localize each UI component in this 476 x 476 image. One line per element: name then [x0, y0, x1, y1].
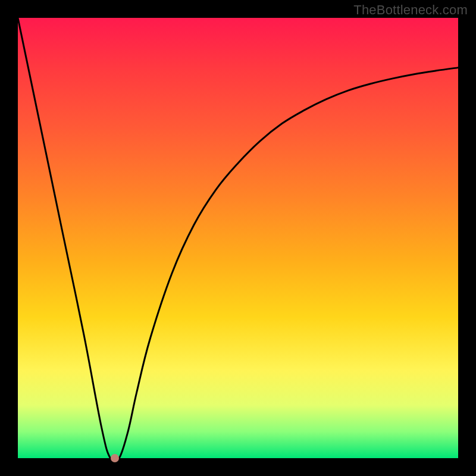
chart-frame: TheBottleneck.com [0, 0, 476, 476]
watermark-text: TheBottleneck.com [353, 2, 468, 18]
bottleneck-curve [18, 18, 458, 458]
plot-area [18, 18, 458, 458]
minimum-marker [111, 454, 119, 462]
